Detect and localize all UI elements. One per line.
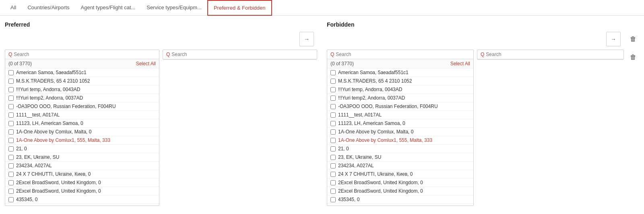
tab-countries[interactable]: Countries/Airports (22, 0, 75, 15)
list-item[interactable]: 435345, 0 (327, 195, 473, 204)
list-item-label: 1A-One Above by Comlux1, 555, Malta, 333 (338, 137, 432, 143)
list-item-checkbox[interactable] (330, 70, 336, 75)
list-item-label: 2Excel BroadSword, United Kingdom, 0 (16, 180, 101, 185)
list-item[interactable]: 435345, 0 (5, 195, 159, 204)
list-item-label: American Samoa, 5aeadaf551c1 (16, 70, 87, 75)
forbidden-search-left-input[interactable] (336, 52, 470, 57)
list-item[interactable]: 23, EK, Ukraine, SU (5, 153, 159, 162)
tab-all[interactable]: All (5, 0, 22, 15)
list-item-label: 24 X 7 CHHUTTI, Ukraine, Киев, 0 (16, 171, 91, 177)
list-item[interactable]: -ОА3РОО ООО, Russian Federation, F004RU (5, 102, 159, 111)
main-content: Preferred → Q (0 of 3770) Select All Ame… (0, 16, 644, 212)
list-item-label: 24 X 7 CHHUTTI, Ukraine, Киев, 0 (338, 171, 413, 177)
list-item-checkbox[interactable] (330, 138, 336, 143)
tab-agent-types[interactable]: Agent types/Flight cat... (75, 0, 141, 15)
list-item-checkbox[interactable] (8, 104, 14, 109)
list-item-checkbox[interactable] (330, 180, 336, 185)
forbidden-search-right-input[interactable] (486, 52, 620, 57)
list-item[interactable]: 45 North Flight, 0 (327, 204, 473, 206)
list-item-checkbox[interactable] (8, 180, 14, 185)
list-item[interactable]: American Samoa, 5aeadaf551c1 (5, 69, 159, 77)
forbidden-transfer-button[interactable]: → (606, 32, 621, 46)
list-item-checkbox[interactable] (8, 79, 14, 84)
preferred-select-all[interactable]: Select All (136, 61, 156, 66)
list-item-checkbox[interactable] (330, 112, 336, 118)
list-item-checkbox[interactable] (8, 121, 14, 126)
list-item-checkbox[interactable] (8, 197, 14, 202)
list-item[interactable]: American Samoa, 5aeadaf551c1 (327, 69, 473, 77)
list-item[interactable]: 1A-One Above by Comlux, Malta, 0 (327, 128, 473, 136)
list-item-checkbox[interactable] (8, 189, 14, 194)
list-item-label: 1A-One Above by Comlux, Malta, 0 (16, 129, 91, 135)
list-item[interactable]: 24 X 7 CHHUTTI, Ukraine, Киев, 0 (327, 170, 473, 179)
list-item-checkbox[interactable] (330, 197, 336, 202)
list-item-checkbox[interactable] (8, 96, 14, 101)
list-item[interactable]: 1A-One Above by Comlux1, 555, Malta, 333 (5, 136, 159, 145)
list-item-label: 21, 0 (16, 146, 27, 152)
list-item-checkbox[interactable] (8, 163, 14, 168)
list-item-checkbox[interactable] (330, 206, 336, 206)
list-item[interactable]: !!!Yuri temp, Andorra, 0043AD (5, 85, 159, 94)
list-item-checkbox[interactable] (8, 138, 14, 143)
list-item-checkbox[interactable] (330, 155, 336, 160)
list-item[interactable]: !!!Yuri temp, Andorra, 0043AD (327, 85, 473, 94)
list-item[interactable]: 2Excel BroadSword, United Kingdom, 0 (327, 179, 473, 187)
list-item-checkbox[interactable] (330, 163, 336, 168)
list-item[interactable]: 2Excel BroadSword, United Kingdom, 0 (327, 187, 473, 195)
preferred-section: Preferred → Q (0 of 3770) Select All Ame… (5, 21, 317, 206)
preferred-transfer-button[interactable]: → (299, 32, 314, 46)
list-item-checkbox[interactable] (330, 172, 336, 177)
list-item-checkbox[interactable] (8, 146, 14, 152)
forbidden-right-panel: Q (477, 50, 624, 60)
list-item-label: 435345, 0 (16, 197, 37, 202)
list-item-checkbox[interactable] (8, 155, 14, 160)
list-item-checkbox[interactable] (330, 129, 336, 135)
list-item[interactable]: 21, 0 (327, 145, 473, 153)
list-item[interactable]: -ОА3РОО ООО, Russian Federation, F004RU (327, 102, 473, 111)
preferred-search-right-input[interactable] (171, 52, 314, 57)
list-item-checkbox[interactable] (330, 189, 336, 194)
preferred-search-left-input[interactable] (14, 52, 156, 57)
list-item[interactable]: 2Excel BroadSword, United Kingdom, 0 (5, 179, 159, 187)
list-item[interactable]: 234234, A027AL (327, 162, 473, 170)
list-item-checkbox[interactable] (8, 87, 14, 92)
list-item-checkbox[interactable] (330, 79, 336, 84)
list-item[interactable]: M.S.K.TRADERS, 65 4 2310 1052 (327, 77, 473, 85)
forbidden-delete-button[interactable]: 🗑 (627, 33, 639, 45)
list-item[interactable]: 1111__test, A017AL (5, 111, 159, 119)
list-item-checkbox[interactable] (330, 121, 336, 126)
list-item[interactable]: 234234, A027AL (5, 162, 159, 170)
list-item-checkbox[interactable] (8, 172, 14, 177)
list-item[interactable]: 11123, LH, American Samoa, 0 (5, 119, 159, 128)
list-item-checkbox[interactable] (330, 96, 336, 101)
list-item[interactable]: !!!Yuri temp2, Andorra, 0037AD (5, 94, 159, 102)
list-item-label: !!!Yuri temp2, Andorra, 0037AD (338, 95, 405, 101)
list-item[interactable]: M.S.K.TRADERS, 65 4 2310 1052 (5, 77, 159, 85)
list-item-checkbox[interactable] (330, 104, 336, 109)
list-item[interactable]: 45 North Flight, 0 (5, 204, 159, 206)
list-item-checkbox[interactable] (330, 146, 336, 152)
preferred-title: Preferred (5, 21, 317, 28)
forbidden-select-all[interactable]: Select All (450, 61, 470, 66)
list-item[interactable]: 11123, LH, American Samoa, 0 (327, 119, 473, 128)
forbidden-right-delete-button[interactable]: 🗑 (627, 51, 639, 63)
list-item-checkbox[interactable] (8, 112, 14, 118)
list-item[interactable]: 23, EK, Ukraine, SU (327, 153, 473, 162)
preferred-right-panel: Q (163, 50, 317, 60)
list-item-checkbox[interactable] (8, 70, 14, 75)
list-item[interactable]: 1111__test, A017AL (327, 111, 473, 119)
list-item-checkbox[interactable] (8, 129, 14, 135)
list-item-checkbox[interactable] (8, 206, 14, 206)
tab-service-types[interactable]: Service types/Equipm... (141, 0, 207, 15)
forbidden-section: Forbidden → 🗑 Q (0 of 3770) Select All A… (327, 21, 639, 206)
list-item[interactable]: !!!Yuri temp2, Andorra, 0037AD (327, 94, 473, 102)
list-item-label: 23, EK, Ukraine, SU (16, 154, 59, 160)
list-item[interactable]: 21, 0 (5, 145, 159, 153)
list-item[interactable]: 24 X 7 CHHUTTI, Ukraine, Киев, 0 (5, 170, 159, 179)
tab-preferred-forbidden[interactable]: Preferred & Forbidden (207, 0, 272, 16)
list-item[interactable]: 2Excel BroadSword, United Kingdom, 0 (5, 187, 159, 195)
list-item-label: !!!Yuri temp, Andorra, 0043AD (338, 87, 402, 92)
list-item[interactable]: 1A-One Above by Comlux1, 555, Malta, 333 (327, 136, 473, 145)
list-item-checkbox[interactable] (330, 87, 336, 92)
list-item[interactable]: 1A-One Above by Comlux, Malta, 0 (5, 128, 159, 136)
